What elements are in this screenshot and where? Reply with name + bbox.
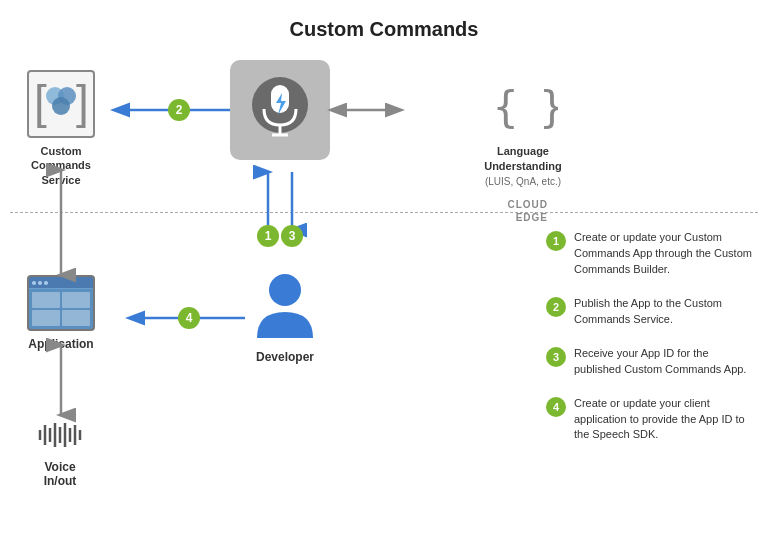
svg-text:[: [ xyxy=(34,78,47,128)
language-sublabel: (LUIS, QnA, etc.) xyxy=(463,175,583,188)
custom-commands-service-box: [ ] Custom Commands Service xyxy=(16,70,106,187)
step-item: 2Publish the App to the Custom Commands … xyxy=(546,296,756,328)
badge-2: 2 xyxy=(168,99,190,121)
language-understanding-box: { } Language Understanding (LUIS, QnA, e… xyxy=(463,70,583,188)
cloud-edge-divider xyxy=(10,212,758,213)
application-box: Application xyxy=(16,275,106,351)
svg-text:{  }: { } xyxy=(493,83,558,132)
diagram-container: Custom Commands CLOUD EDGE [ ] Custom Co… xyxy=(0,0,768,538)
step-text: Publish the App to the Custom Commands S… xyxy=(574,296,756,328)
developer-label: Developer xyxy=(245,350,325,364)
voice-label: VoiceIn/out xyxy=(20,460,100,488)
page-title: Custom Commands xyxy=(290,18,479,41)
cloud-label: CLOUD xyxy=(507,198,548,211)
step-text: Create or update your Custom Commands Ap… xyxy=(574,230,756,278)
step-number: 1 xyxy=(546,231,566,251)
application-icon xyxy=(27,275,95,331)
step-text: Receive your App ID for the published Cu… xyxy=(574,346,756,378)
voice-icon xyxy=(30,420,90,450)
voice-box: VoiceIn/out xyxy=(20,420,100,488)
step-item: 3Receive your App ID for the published C… xyxy=(546,346,756,378)
badge-1: 1 xyxy=(257,225,279,247)
badge-4: 4 xyxy=(178,307,200,329)
mic-icon xyxy=(250,75,310,145)
mic-box xyxy=(230,60,330,160)
svg-point-10 xyxy=(269,274,301,306)
step-number: 4 xyxy=(546,397,566,417)
step-text: Create or update your client application… xyxy=(574,396,756,444)
step-number: 3 xyxy=(546,347,566,367)
step-item: 4Create or update your client applicatio… xyxy=(546,396,756,444)
language-icon: { } xyxy=(488,70,558,138)
application-label: Application xyxy=(16,337,106,351)
language-label: Language Understanding xyxy=(463,144,583,175)
cloud-edge-labels: CLOUD EDGE xyxy=(507,198,548,224)
service-icon: [ ] xyxy=(27,70,95,138)
developer-box: Developer xyxy=(245,270,325,364)
steps-container: 1Create or update your Custom Commands A… xyxy=(546,230,756,461)
step-item: 1Create or update your Custom Commands A… xyxy=(546,230,756,278)
badge-3: 3 xyxy=(281,225,303,247)
edge-label: EDGE xyxy=(507,211,548,224)
svg-point-3 xyxy=(52,97,70,115)
developer-icon xyxy=(255,270,315,340)
step-number: 2 xyxy=(546,297,566,317)
service-label: Custom Commands Service xyxy=(16,144,106,187)
svg-text:]: ] xyxy=(76,78,89,128)
